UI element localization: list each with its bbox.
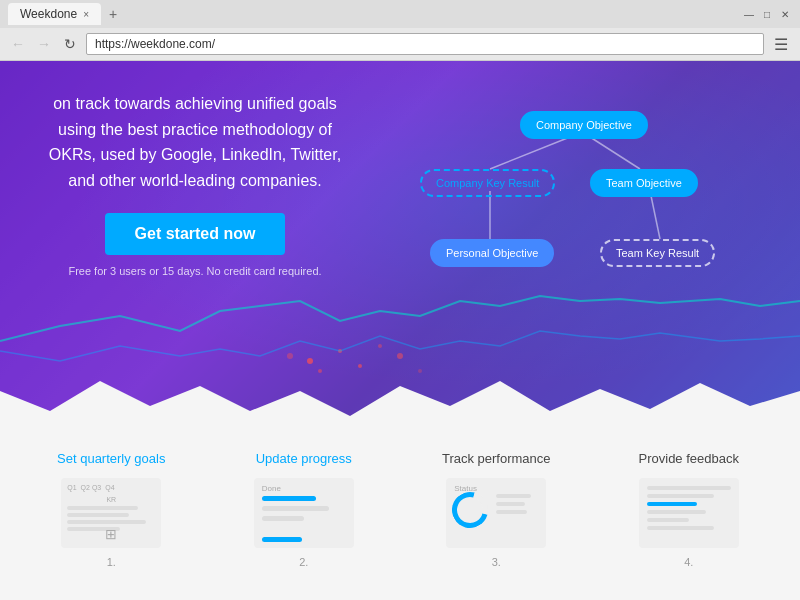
feature-illustration-3: Status (446, 478, 546, 548)
team-objective-node: Team Objective (590, 169, 698, 197)
get-started-button[interactable]: Get started now (105, 213, 286, 255)
close-button[interactable]: ✕ (778, 7, 792, 21)
browser-titlebar: Weekdone × + — □ ✕ (0, 0, 800, 28)
forward-button[interactable]: → (34, 34, 54, 54)
feature-num-2: 2. (299, 556, 308, 568)
window-controls: — □ ✕ (742, 7, 792, 21)
feature-item-2: Update progress Done 2. (213, 451, 396, 568)
features-section: Set quarterly goals Q1Q2 Q3Q4 KR ⊞ 1. (0, 421, 800, 600)
company-objective-node: Company Objective (520, 111, 648, 139)
address-bar[interactable] (86, 33, 764, 55)
hero-section: on track towards achieving unified goals… (0, 61, 800, 421)
browser-menu-button[interactable]: ☰ (770, 35, 792, 54)
hero-right: Company Objective Company Key Result Tea… (390, 61, 800, 421)
new-tab-button[interactable]: + (109, 6, 117, 22)
feature-illustration-2: Done (254, 478, 354, 548)
feature-num-4: 4. (684, 556, 693, 568)
hero-body-text: on track towards achieving unified goals… (40, 91, 350, 193)
tab-close-button[interactable]: × (83, 9, 89, 20)
feature-illustration-4 (639, 478, 739, 548)
tab-title: Weekdone (20, 7, 77, 21)
svg-line-9 (590, 137, 640, 169)
feature-illustration-1: Q1Q2 Q3Q4 KR ⊞ (61, 478, 161, 548)
reload-button[interactable]: ↻ (60, 34, 80, 54)
browser-chrome: Weekdone × + — □ ✕ ← → ↻ ☰ (0, 0, 800, 61)
feature-title-1: Set quarterly goals (57, 451, 165, 466)
feature-title-3: Track performance (442, 451, 551, 466)
svg-line-8 (490, 137, 570, 169)
feature-item-3: Track performance Status 3. (405, 451, 588, 568)
okr-connectors (410, 101, 770, 361)
feature-item-1: Set quarterly goals Q1Q2 Q3Q4 KR ⊞ 1. (20, 451, 203, 568)
feature-title-2: Update progress (256, 451, 352, 466)
company-key-result-node: Company Key Result (420, 169, 555, 197)
team-key-result-node: Team Key Result (600, 239, 715, 267)
feature-title-4: Provide feedback (639, 451, 739, 466)
hero-content: on track towards achieving unified goals… (0, 61, 800, 421)
cta-subtext: Free for 3 users or 15 days. No credit c… (40, 265, 350, 277)
svg-line-11 (650, 191, 660, 239)
browser-tab[interactable]: Weekdone × (8, 3, 101, 25)
okr-diagram: Company Objective Company Key Result Tea… (410, 101, 770, 361)
minimize-button[interactable]: — (742, 7, 756, 21)
browser-controls: ← → ↻ ☰ (0, 28, 800, 60)
back-button[interactable]: ← (8, 34, 28, 54)
personal-objective-node: Personal Objective (430, 239, 554, 267)
features-grid: Set quarterly goals Q1Q2 Q3Q4 KR ⊞ 1. (0, 421, 800, 578)
hero-left: on track towards achieving unified goals… (0, 61, 390, 421)
maximize-button[interactable]: □ (760, 7, 774, 21)
feature-item-4: Provide feedback 4. (598, 451, 781, 568)
feature-num-1: 1. (107, 556, 116, 568)
feature-num-3: 3. (492, 556, 501, 568)
